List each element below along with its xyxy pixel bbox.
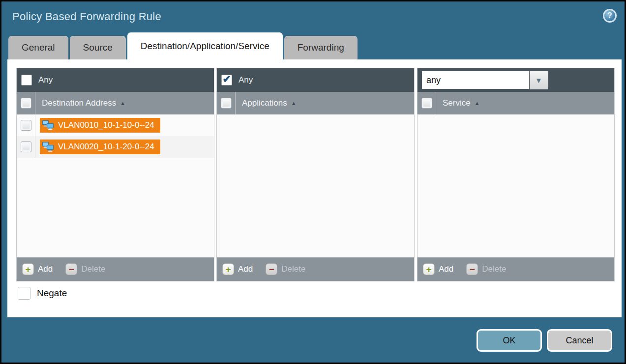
dialog-title: Policy Based Forwarding Rule (12, 10, 161, 23)
destination-address-header: Destination Address ▲ (17, 92, 214, 114)
list-item: VLAN0020_10-1-20-0--24 (17, 136, 214, 158)
destination-any-label: Any (38, 75, 53, 85)
network-icon (42, 141, 55, 153)
service-column: any ▼ Service ▲ + Add (417, 68, 615, 281)
applications-sort-header[interactable]: Applications ▲ (242, 98, 297, 108)
tab-forwarding[interactable]: Forwarding (284, 36, 358, 59)
check-icon: ✔ (223, 74, 231, 84)
destination-delete-button[interactable]: − Delete (65, 263, 105, 275)
negate-option: Negate (18, 287, 67, 300)
destination-any-bar: Any (17, 68, 214, 92)
service-list (417, 114, 614, 257)
service-header: Service ▲ (417, 92, 614, 114)
destination-actions-bar: + Add − Delete (17, 257, 214, 281)
applications-list (217, 114, 414, 257)
negate-label: Negate (37, 288, 67, 299)
network-icon (42, 119, 55, 131)
ok-button[interactable]: OK (477, 329, 542, 352)
applications-select-all-checkbox[interactable] (221, 98, 232, 109)
destination-address-list: VLAN0010_10-1-10-0--24 (17, 114, 214, 257)
tab-destination-application-service[interactable]: Destination/Application/Service (127, 32, 283, 59)
chevron-down-icon: ▼ (535, 77, 542, 84)
sort-asc-icon: ▲ (291, 100, 297, 106)
negate-checkbox[interactable] (18, 287, 30, 300)
applications-actions-bar: + Add − Delete (217, 257, 414, 281)
service-actions-bar: + Add − Delete (417, 257, 614, 281)
tab-source[interactable]: Source (70, 36, 126, 59)
row-checkbox[interactable] (21, 141, 31, 152)
address-object-name: VLAN0020_10-1-20-0--24 (58, 142, 154, 152)
add-icon: + (22, 263, 34, 275)
service-select-all-checkbox[interactable] (421, 98, 432, 109)
applications-any-bar: ✔ Any (217, 68, 414, 92)
applications-add-button[interactable]: + Add (222, 263, 253, 275)
service-add-button[interactable]: + Add (423, 263, 453, 275)
tab-bar: General Source Destination/Application/S… (8, 32, 359, 59)
tab-content-panel: Any Destination Address ▲ (7, 59, 622, 317)
address-object-chip[interactable]: VLAN0010_10-1-10-0--24 (40, 118, 160, 133)
policy-based-forwarding-dialog: Policy Based Forwarding Rule ? General S… (0, 0, 626, 364)
service-sort-header[interactable]: Service ▲ (443, 98, 480, 108)
applications-any-checkbox[interactable]: ✔ (221, 75, 232, 85)
service-type-dropdown: any ▼ (421, 71, 548, 89)
applications-delete-button[interactable]: − Delete (266, 263, 305, 275)
destination-add-button[interactable]: + Add (22, 263, 53, 275)
cancel-button[interactable]: Cancel (547, 329, 612, 352)
list-item: VLAN0010_10-1-10-0--24 (17, 114, 214, 136)
add-icon: + (222, 263, 234, 275)
applications-header: Applications ▲ (217, 92, 414, 114)
address-object-name: VLAN0010_10-1-10-0--24 (58, 120, 154, 130)
tab-general[interactable]: General (8, 36, 68, 59)
service-dropdown-bar: any ▼ (417, 68, 614, 92)
service-delete-button[interactable]: − Delete (466, 263, 506, 275)
add-icon: + (423, 263, 435, 275)
applications-column: ✔ Any Applications ▲ + Add − Delete (216, 68, 415, 281)
delete-icon: − (466, 263, 478, 275)
delete-icon: − (65, 263, 77, 275)
applications-any-label: Any (238, 75, 253, 85)
destination-any-checkbox[interactable] (21, 75, 32, 85)
delete-icon: − (266, 263, 277, 275)
destination-address-sort-header[interactable]: Destination Address ▲ (42, 98, 125, 108)
row-checkbox[interactable] (21, 120, 31, 131)
sort-asc-icon: ▲ (475, 100, 480, 106)
service-type-value[interactable]: any (421, 71, 530, 89)
help-icon[interactable]: ? (603, 9, 617, 23)
address-object-chip[interactable]: VLAN0020_10-1-20-0--24 (40, 140, 160, 154)
sort-asc-icon: ▲ (120, 100, 125, 106)
destination-address-column: Any Destination Address ▲ (16, 68, 214, 281)
destination-select-all-checkbox[interactable] (21, 98, 31, 109)
service-type-dropdown-button[interactable]: ▼ (530, 71, 548, 89)
